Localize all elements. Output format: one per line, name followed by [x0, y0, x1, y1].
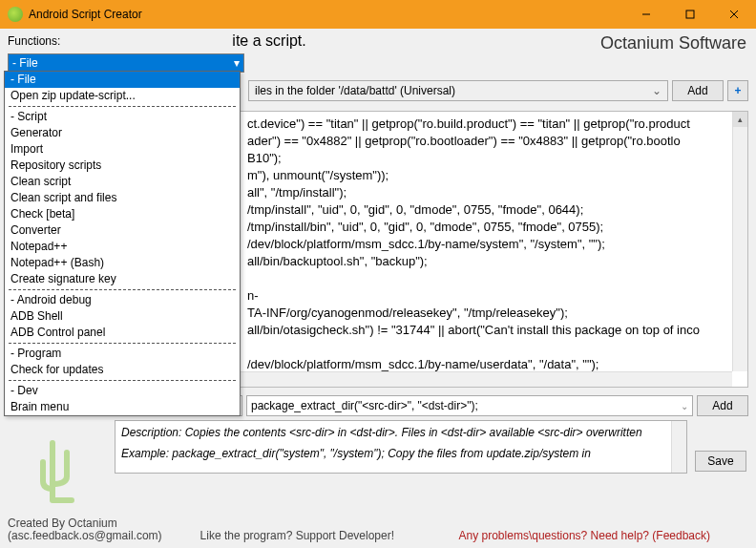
app-icon	[8, 7, 23, 22]
dropdown-separator	[9, 380, 236, 381]
dropdown-item[interactable]: Import	[5, 141, 240, 158]
description-line: Description: Copies the contents <src-di…	[121, 425, 681, 440]
dropdown-item[interactable]: Open zip update-script...	[5, 88, 240, 104]
functions-dropdown[interactable]: - FileOpen zip update-script...- ScriptG…	[4, 71, 241, 416]
functions-label: Functions:	[8, 34, 60, 48]
dropdown-item[interactable]: Notepad++ (Bash)	[5, 255, 240, 271]
minimize-button[interactable]	[624, 0, 668, 29]
dropdown-item[interactable]: Create signature key	[5, 271, 240, 287]
dropdown-item[interactable]: - Program	[5, 346, 240, 362]
scroll-up-icon[interactable]: ▴	[733, 112, 747, 127]
svg-rect-1	[686, 11, 694, 18]
vertical-scrollbar[interactable]: ▴	[732, 112, 747, 371]
chevron-down-icon: ▾	[234, 56, 240, 70]
maximize-button[interactable]	[668, 0, 712, 29]
footer-email: (asc.feedback.os@gmail.com)	[8, 530, 162, 542]
dropdown-item[interactable]: - File	[5, 72, 240, 88]
dropdown-item[interactable]: - Script	[5, 109, 240, 125]
dropdown-item[interactable]: Check [beta]	[5, 206, 240, 222]
dropdown-separator	[9, 289, 236, 290]
chevron-down-icon: ⌄	[681, 401, 688, 411]
description-example: Example: package_extract_dir("system", "…	[121, 446, 681, 461]
feedback-link[interactable]: Any problems\questions? Need help? (Feed…	[459, 529, 710, 542]
description-box: Description: Copies the contents <src-di…	[115, 420, 687, 474]
dropdown-separator	[9, 106, 236, 107]
brand-label: Octanium Software	[600, 33, 746, 53]
command-signature-value: package_extract_dir("<src-dir>", "<dst-d…	[251, 399, 478, 412]
dropdown-item[interactable]: Generator	[5, 125, 240, 141]
dropdown-item[interactable]: Check for updates	[5, 362, 240, 378]
builder-plus-button[interactable]: +	[727, 80, 748, 101]
footer: Created By Octanium (asc.feedback.os@gma…	[0, 516, 756, 548]
functions-combo[interactable]: - File ▾	[8, 53, 244, 73]
dropdown-item[interactable]: Brain menu	[5, 399, 240, 415]
functions-combo-value: - File	[12, 56, 38, 70]
dropdown-item[interactable]: Clean script	[5, 174, 240, 190]
titlebar: Android Script Creator	[0, 0, 756, 29]
vertical-scrollbar[interactable]	[671, 421, 686, 473]
chevron-down-icon: ⌄	[652, 84, 662, 97]
dropdown-item[interactable]: Notepad++	[5, 239, 240, 255]
dropdown-item[interactable]: ADB Control panel	[5, 325, 240, 341]
save-button[interactable]: Save	[695, 451, 746, 472]
page-heading-fragment: ite a script.	[232, 32, 305, 50]
command-add-button[interactable]: Add	[697, 395, 748, 416]
dropdown-item[interactable]: - Dev	[5, 383, 240, 399]
builder-select-value: iles in the folder '/data/battd' (Univer…	[255, 84, 455, 97]
dropdown-item[interactable]: ADB Shell	[5, 308, 240, 325]
close-button[interactable]	[712, 0, 756, 29]
dropdown-item[interactable]: Converter	[5, 222, 240, 239]
dropdown-item[interactable]: Clean script and files	[5, 190, 240, 206]
support-link[interactable]: Like the program? Support Developer!	[200, 529, 394, 542]
cactus-logo	[29, 433, 86, 510]
dropdown-item[interactable]: Repository scripts	[5, 158, 240, 174]
builder-add-button[interactable]: Add	[672, 80, 724, 101]
window-controls	[624, 0, 756, 29]
window-title: Android Script Creator	[29, 8, 624, 21]
dropdown-separator	[9, 343, 236, 344]
builder-select[interactable]: iles in the folder '/data/battd' (Univer…	[248, 80, 668, 101]
dropdown-item[interactable]: - Android debug	[5, 292, 240, 308]
command-signature-input[interactable]: package_extract_dir("<src-dir>", "<dst-d…	[246, 395, 693, 416]
